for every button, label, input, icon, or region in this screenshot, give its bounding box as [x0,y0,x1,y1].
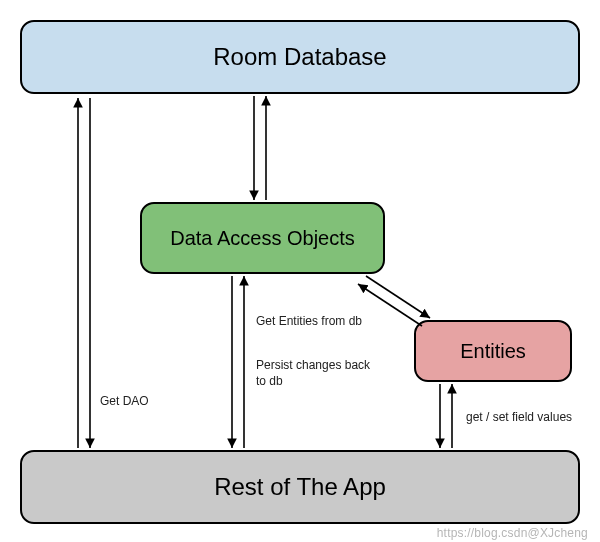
note-persist: Persist changes back to db [256,358,376,389]
connectors [0,0,600,542]
note-getset: get / set field values [466,410,600,426]
watermark: https://blog.csdn@XJcheng [437,526,588,540]
note-get-dao: Get DAO [100,394,149,410]
note-get-entities: Get Entities from db [256,314,396,330]
arrow-dao-to-ent [366,276,430,318]
